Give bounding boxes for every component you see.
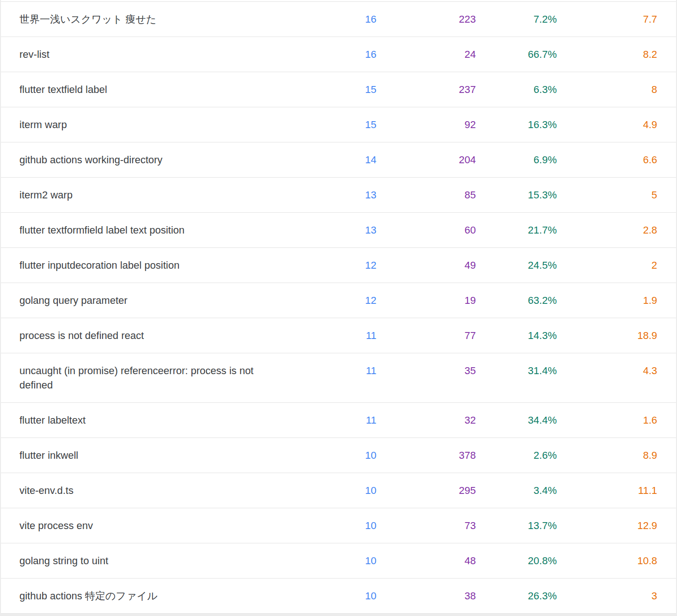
position-value: 3 (557, 589, 657, 603)
table-row[interactable]: flutter textformfield label text positio… (1, 213, 676, 248)
ctr-value: 13.7% (476, 518, 557, 533)
table-row[interactable]: golang query parameter 12 19 63.2% 1.9 (1, 283, 676, 318)
ctr-value: 14.3% (476, 328, 557, 343)
query-label[interactable]: flutter textformfield label text positio… (19, 223, 332, 237)
queries-table: 世界一浅いスクワット 痩せた 16 223 7.2% 7.7 rev-list … (1, 2, 676, 614)
clicks-value: 10 (332, 483, 376, 498)
clicks-value: 12 (332, 258, 376, 272)
query-label[interactable]: iterm2 warp (19, 188, 332, 202)
impressions-value: 204 (376, 153, 476, 167)
ctr-value: 3.4% (476, 483, 557, 498)
clicks-value: 16 (332, 12, 376, 26)
ctr-value: 21.7% (476, 223, 557, 237)
impressions-value: 295 (376, 483, 476, 498)
impressions-value: 24 (376, 47, 476, 62)
ctr-value: 2.6% (476, 448, 557, 462)
position-value: 2.8 (557, 223, 657, 237)
clicks-value: 11 (332, 413, 376, 427)
queries-table-card: 世界一浅いスクワット 痩せた 16 223 7.2% 7.7 rev-list … (1, 0, 676, 614)
query-label[interactable]: flutter textfield label (19, 82, 332, 97)
table-row[interactable]: uncaught (in promise) referenceerror: pr… (1, 353, 676, 403)
table-row[interactable]: process is not defined react 11 77 14.3%… (1, 318, 676, 353)
impressions-value: 223 (376, 12, 476, 26)
search-performance-page: 世界一浅いスクワット 痩せた 16 223 7.2% 7.7 rev-list … (0, 0, 677, 616)
query-label[interactable]: vite process env (19, 518, 332, 533)
ctr-value: 20.8% (476, 554, 557, 568)
table-row[interactable]: iterm warp 15 92 16.3% 4.9 (1, 107, 676, 142)
position-value: 8.2 (557, 47, 657, 62)
position-value: 5 (557, 188, 657, 202)
position-value: 4.3 (557, 363, 657, 378)
clicks-value: 11 (332, 328, 376, 343)
table-row[interactable]: 世界一浅いスクワット 痩せた 16 223 7.2% 7.7 (1, 2, 676, 37)
clicks-value: 16 (332, 47, 376, 62)
position-value: 4.9 (557, 117, 657, 132)
ctr-value: 34.4% (476, 413, 557, 427)
query-label[interactable]: 世界一浅いスクワット 痩せた (19, 12, 332, 26)
impressions-value: 35 (376, 363, 476, 378)
table-row[interactable]: flutter inkwell 10 378 2.6% 8.9 (1, 438, 676, 473)
table-row[interactable]: github actions 特定のファイル 10 38 26.3% 3 (1, 579, 676, 614)
position-value: 11.1 (557, 483, 657, 498)
position-value: 12.9 (557, 518, 657, 533)
impressions-value: 38 (376, 589, 476, 603)
clicks-value: 10 (332, 589, 376, 603)
impressions-value: 49 (376, 258, 476, 272)
position-value: 6.6 (557, 153, 657, 167)
query-label[interactable]: rev-list (19, 47, 332, 62)
position-value: 2 (557, 258, 657, 272)
impressions-value: 85 (376, 188, 476, 202)
clicks-value: 15 (332, 82, 376, 97)
impressions-value: 92 (376, 117, 476, 132)
table-row[interactable]: golang string to uint 10 48 20.8% 10.8 (1, 543, 676, 579)
table-row[interactable]: vite process env 10 73 13.7% 12.9 (1, 508, 676, 543)
impressions-value: 60 (376, 223, 476, 237)
clicks-value: 10 (332, 518, 376, 533)
query-label[interactable]: golang string to uint (19, 554, 332, 568)
query-label[interactable]: github actions 特定のファイル (19, 589, 332, 603)
impressions-value: 77 (376, 328, 476, 343)
impressions-value: 19 (376, 293, 476, 308)
ctr-value: 26.3% (476, 589, 557, 603)
query-label[interactable]: iterm warp (19, 117, 332, 132)
ctr-value: 31.4% (476, 363, 557, 378)
impressions-value: 378 (376, 448, 476, 462)
table-row[interactable]: flutter textfield label 15 237 6.3% 8 (1, 72, 676, 107)
query-label[interactable]: golang query parameter (19, 293, 332, 308)
clicks-value: 15 (332, 117, 376, 132)
table-row[interactable]: github actions working-directory 14 204 … (1, 142, 676, 178)
clicks-value: 10 (332, 554, 376, 568)
ctr-value: 15.3% (476, 188, 557, 202)
query-label[interactable]: uncaught (in promise) referenceerror: pr… (19, 363, 332, 392)
ctr-value: 6.9% (476, 153, 557, 167)
impressions-value: 48 (376, 554, 476, 568)
clicks-value: 13 (332, 223, 376, 237)
table-row[interactable]: iterm2 warp 13 85 15.3% 5 (1, 178, 676, 213)
ctr-value: 63.2% (476, 293, 557, 308)
ctr-value: 16.3% (476, 117, 557, 132)
position-value: 8.9 (557, 448, 657, 462)
ctr-value: 24.5% (476, 258, 557, 272)
position-value: 8 (557, 82, 657, 97)
clicks-value: 11 (332, 363, 376, 378)
impressions-value: 73 (376, 518, 476, 533)
table-row[interactable]: rev-list 16 24 66.7% 8.2 (1, 37, 676, 72)
clicks-value: 12 (332, 293, 376, 308)
ctr-value: 6.3% (476, 82, 557, 97)
ctr-value: 7.2% (476, 12, 557, 26)
table-row[interactable]: flutter labeltext 11 32 34.4% 1.6 (1, 403, 676, 438)
query-label[interactable]: flutter labeltext (19, 413, 332, 427)
position-value: 7.7 (557, 12, 657, 26)
impressions-value: 237 (376, 82, 476, 97)
table-row[interactable]: vite-env.d.ts 10 295 3.4% 11.1 (1, 473, 676, 508)
query-label[interactable]: vite-env.d.ts (19, 483, 332, 498)
table-row[interactable]: flutter inputdecoration label position 1… (1, 248, 676, 283)
clicks-value: 13 (332, 188, 376, 202)
query-label[interactable]: process is not defined react (19, 328, 332, 343)
position-value: 10.8 (557, 554, 657, 568)
query-label[interactable]: flutter inputdecoration label position (19, 258, 332, 272)
query-label[interactable]: github actions working-directory (19, 153, 332, 167)
query-label[interactable]: flutter inkwell (19, 448, 332, 462)
ctr-value: 66.7% (476, 47, 557, 62)
position-value: 18.9 (557, 328, 657, 343)
